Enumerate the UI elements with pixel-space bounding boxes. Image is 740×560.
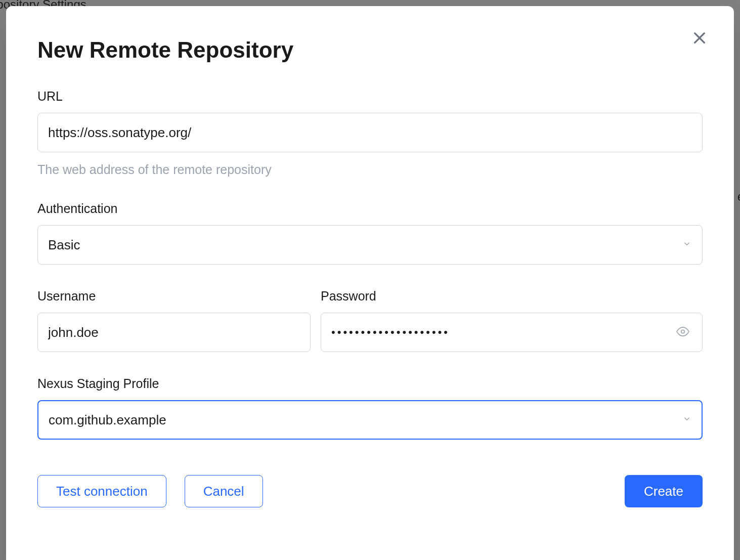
authentication-label: Authentication xyxy=(37,201,703,216)
eye-icon xyxy=(676,332,689,340)
close-icon xyxy=(691,30,708,48)
staging-profile-select[interactable] xyxy=(37,400,703,440)
url-help-text: The web address of the remote repository xyxy=(37,162,703,177)
modal-footer: Test connection Cancel Create xyxy=(37,475,703,507)
backdrop-right-fragment: e xyxy=(737,190,740,204)
cancel-button[interactable]: Cancel xyxy=(185,475,263,507)
modal-title: New Remote Repository xyxy=(37,37,703,63)
password-label: Password xyxy=(321,289,703,304)
close-button[interactable] xyxy=(689,28,710,49)
svg-point-2 xyxy=(681,330,685,333)
url-input[interactable] xyxy=(37,113,703,152)
toggle-password-visibility-button[interactable] xyxy=(674,323,691,342)
test-connection-button[interactable]: Test connection xyxy=(37,475,166,507)
username-input[interactable] xyxy=(37,313,311,352)
authentication-field-group: Authentication xyxy=(37,201,703,265)
url-field-group: URL The web address of the remote reposi… xyxy=(37,89,703,177)
url-label: URL xyxy=(37,89,703,104)
authentication-value[interactable] xyxy=(37,225,703,265)
staging-profile-value[interactable] xyxy=(37,400,703,440)
authentication-select[interactable] xyxy=(37,225,703,265)
password-input[interactable] xyxy=(321,313,703,352)
staging-profile-label: Nexus Staging Profile xyxy=(37,376,703,391)
new-remote-repository-modal: New Remote Repository URL The web addres… xyxy=(6,6,734,560)
username-label: Username xyxy=(37,289,311,304)
username-field-group: Username xyxy=(37,289,311,352)
password-field-group: Password xyxy=(321,289,703,352)
staging-profile-field-group: Nexus Staging Profile xyxy=(37,376,703,440)
create-button[interactable]: Create xyxy=(625,475,703,507)
